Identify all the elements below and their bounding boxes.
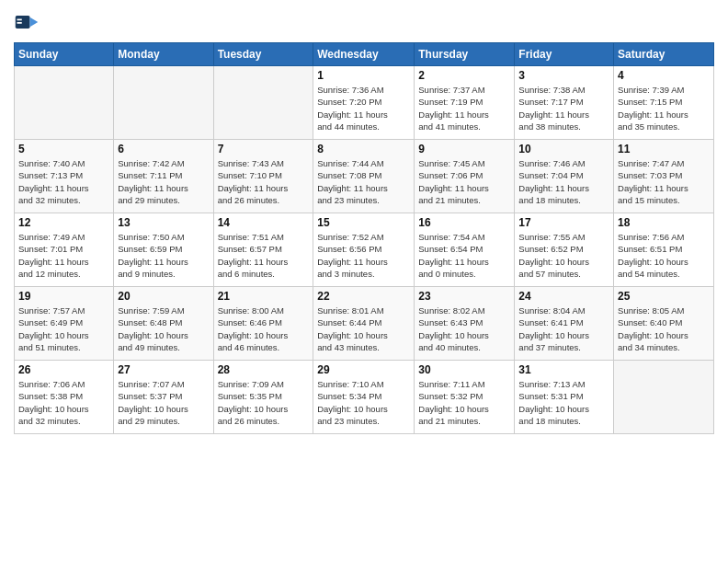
day-info: Sunrise: 7:09 AMSunset: 5:35 PMDaylight:… [218, 378, 310, 427]
day-cell: 10Sunrise: 7:46 AMSunset: 7:04 PMDayligh… [515, 140, 614, 213]
day-number: 1 [317, 69, 410, 82]
day-cell: 15Sunrise: 7:52 AMSunset: 6:56 PMDayligh… [313, 213, 415, 287]
day-cell: 21Sunrise: 8:00 AMSunset: 6:46 PMDayligh… [213, 287, 313, 361]
day-cell [15, 66, 114, 140]
svg-rect-2 [17, 19, 22, 21]
day-number: 11 [618, 143, 710, 155]
day-info: Sunrise: 7:06 AMSunset: 5:38 PMDaylight:… [18, 378, 109, 427]
day-number: 9 [418, 143, 510, 155]
day-number: 15 [317, 216, 410, 229]
day-info: Sunrise: 8:02 AMSunset: 6:43 PMDaylight:… [418, 304, 510, 353]
day-cell: 20Sunrise: 7:59 AMSunset: 6:48 PMDayligh… [114, 287, 213, 361]
day-cell: 16Sunrise: 7:54 AMSunset: 6:54 PMDayligh… [415, 213, 515, 287]
day-info: Sunrise: 7:45 AMSunset: 7:06 PMDaylight:… [418, 157, 510, 206]
day-info: Sunrise: 7:49 AMSunset: 7:01 PMDaylight:… [18, 231, 109, 280]
day-info: Sunrise: 7:51 AMSunset: 6:57 PMDaylight:… [218, 231, 310, 280]
day-info: Sunrise: 7:37 AMSunset: 7:19 PMDaylight:… [418, 84, 510, 132]
day-number: 7 [218, 143, 310, 155]
day-number: 24 [518, 290, 609, 303]
day-cell: 28Sunrise: 7:09 AMSunset: 5:35 PMDayligh… [213, 361, 313, 434]
day-info: Sunrise: 7:50 AMSunset: 6:59 PMDaylight:… [118, 231, 209, 280]
day-cell [114, 66, 213, 140]
day-info: Sunrise: 8:05 AMSunset: 6:40 PMDaylight:… [618, 304, 710, 353]
day-cell: 25Sunrise: 8:05 AMSunset: 6:40 PMDayligh… [614, 287, 714, 361]
day-number: 27 [118, 363, 209, 376]
weekday-sunday: Sunday [15, 43, 114, 66]
day-info: Sunrise: 7:43 AMSunset: 7:10 PMDaylight:… [218, 157, 310, 206]
day-cell: 13Sunrise: 7:50 AMSunset: 6:59 PMDayligh… [114, 213, 213, 287]
day-cell: 8Sunrise: 7:44 AMSunset: 7:08 PMDaylight… [313, 140, 415, 213]
day-number: 13 [118, 216, 209, 229]
weekday-tuesday: Tuesday [213, 43, 313, 66]
day-info: Sunrise: 7:56 AMSunset: 6:51 PMDaylight:… [618, 231, 710, 280]
day-number: 19 [18, 290, 109, 303]
day-cell: 7Sunrise: 7:43 AMSunset: 7:10 PMDaylight… [213, 140, 313, 213]
day-cell: 5Sunrise: 7:40 AMSunset: 7:13 PMDaylight… [15, 140, 114, 213]
day-cell: 14Sunrise: 7:51 AMSunset: 6:57 PMDayligh… [213, 213, 313, 287]
day-cell: 22Sunrise: 8:01 AMSunset: 6:44 PMDayligh… [313, 287, 415, 361]
day-info: Sunrise: 7:38 AMSunset: 7:17 PMDaylight:… [518, 84, 609, 132]
day-info: Sunrise: 7:13 AMSunset: 5:31 PMDaylight:… [518, 378, 609, 427]
week-row-5: 26Sunrise: 7:06 AMSunset: 5:38 PMDayligh… [15, 361, 714, 434]
day-info: Sunrise: 8:01 AMSunset: 6:44 PMDaylight:… [317, 304, 410, 353]
day-info: Sunrise: 7:07 AMSunset: 5:37 PMDaylight:… [118, 378, 209, 427]
day-number: 22 [317, 290, 410, 303]
day-info: Sunrise: 7:54 AMSunset: 6:54 PMDaylight:… [418, 231, 510, 280]
day-info: Sunrise: 7:52 AMSunset: 6:56 PMDaylight:… [317, 231, 410, 280]
day-cell: 30Sunrise: 7:11 AMSunset: 5:32 PMDayligh… [415, 361, 515, 434]
weekday-thursday: Thursday [415, 43, 515, 66]
day-cell: 4Sunrise: 7:39 AMSunset: 7:15 PMDaylight… [614, 66, 714, 140]
day-info: Sunrise: 7:42 AMSunset: 7:11 PMDaylight:… [118, 157, 209, 206]
day-cell: 9Sunrise: 7:45 AMSunset: 7:06 PMDaylight… [415, 140, 515, 213]
day-info: Sunrise: 7:59 AMSunset: 6:48 PMDaylight:… [118, 304, 209, 353]
calendar-table: SundayMondayTuesdayWednesdayThursdayFrid… [14, 42, 714, 434]
day-cell: 17Sunrise: 7:55 AMSunset: 6:52 PMDayligh… [515, 213, 614, 287]
day-number: 3 [518, 69, 609, 82]
day-info: Sunrise: 7:10 AMSunset: 5:34 PMDaylight:… [317, 378, 410, 427]
day-number: 18 [618, 216, 710, 229]
day-info: Sunrise: 7:40 AMSunset: 7:13 PMDaylight:… [18, 157, 109, 206]
day-number: 8 [317, 143, 410, 155]
day-cell: 18Sunrise: 7:56 AMSunset: 6:51 PMDayligh… [614, 213, 714, 287]
week-row-1: 1Sunrise: 7:36 AMSunset: 7:20 PMDaylight… [15, 66, 714, 140]
day-info: Sunrise: 7:44 AMSunset: 7:08 PMDaylight:… [317, 157, 410, 206]
day-info: Sunrise: 8:04 AMSunset: 6:41 PMDaylight:… [518, 304, 609, 353]
day-info: Sunrise: 7:11 AMSunset: 5:32 PMDaylight:… [418, 378, 510, 427]
day-number: 26 [18, 363, 109, 376]
day-cell: 12Sunrise: 7:49 AMSunset: 7:01 PMDayligh… [15, 213, 114, 287]
header [14, 9, 714, 35]
day-number: 21 [218, 290, 310, 303]
weekday-friday: Friday [515, 43, 614, 66]
day-cell: 23Sunrise: 8:02 AMSunset: 6:43 PMDayligh… [415, 287, 515, 361]
day-cell [213, 66, 313, 140]
week-row-4: 19Sunrise: 7:57 AMSunset: 6:49 PMDayligh… [15, 287, 714, 361]
day-info: Sunrise: 7:46 AMSunset: 7:04 PMDaylight:… [518, 157, 609, 206]
svg-marker-1 [30, 17, 39, 28]
day-info: Sunrise: 7:57 AMSunset: 6:49 PMDaylight:… [18, 304, 109, 353]
day-info: Sunrise: 7:55 AMSunset: 6:52 PMDaylight:… [518, 231, 609, 280]
day-number: 16 [418, 216, 510, 229]
week-row-3: 12Sunrise: 7:49 AMSunset: 7:01 PMDayligh… [15, 213, 714, 287]
day-cell: 27Sunrise: 7:07 AMSunset: 5:37 PMDayligh… [114, 361, 213, 434]
day-number: 6 [118, 143, 209, 155]
day-number: 5 [18, 143, 109, 155]
day-number: 14 [218, 216, 310, 229]
day-cell: 2Sunrise: 7:37 AMSunset: 7:19 PMDaylight… [415, 66, 515, 140]
day-number: 17 [518, 216, 609, 229]
day-cell: 29Sunrise: 7:10 AMSunset: 5:34 PMDayligh… [313, 361, 415, 434]
day-number: 2 [418, 69, 510, 82]
day-info: Sunrise: 8:00 AMSunset: 6:46 PMDaylight:… [218, 304, 310, 353]
day-cell: 1Sunrise: 7:36 AMSunset: 7:20 PMDaylight… [313, 66, 415, 140]
weekday-wednesday: Wednesday [313, 43, 415, 66]
day-cell: 24Sunrise: 8:04 AMSunset: 6:41 PMDayligh… [515, 287, 614, 361]
day-cell: 19Sunrise: 7:57 AMSunset: 6:49 PMDayligh… [15, 287, 114, 361]
day-cell: 26Sunrise: 7:06 AMSunset: 5:38 PMDayligh… [15, 361, 114, 434]
weekday-saturday: Saturday [614, 43, 714, 66]
day-number: 20 [118, 290, 209, 303]
weekday-header-row: SundayMondayTuesdayWednesdayThursdayFrid… [15, 43, 714, 66]
day-cell: 31Sunrise: 7:13 AMSunset: 5:31 PMDayligh… [515, 361, 614, 434]
day-info: Sunrise: 7:39 AMSunset: 7:15 PMDaylight:… [618, 84, 710, 132]
day-number: 29 [317, 363, 410, 376]
day-number: 25 [618, 290, 710, 303]
day-number: 10 [518, 143, 609, 155]
